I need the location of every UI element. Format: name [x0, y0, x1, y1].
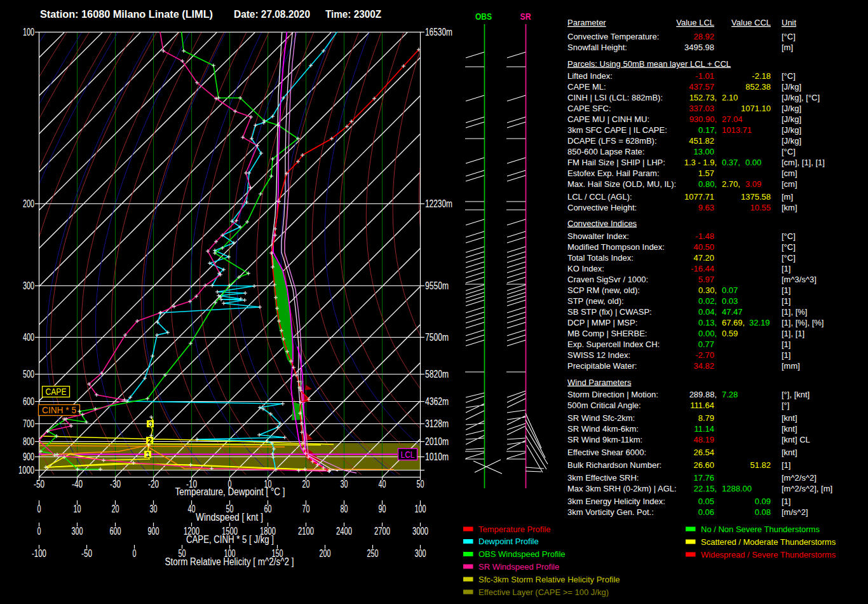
- svg-text:SR Wind Sfc-2km:: SR Wind Sfc-2km:: [567, 413, 635, 423]
- svg-text:Effective Shear 6000:: Effective Shear 6000:: [567, 448, 646, 457]
- svg-text:40: 40: [188, 504, 196, 514]
- svg-text:2.10: 2.10: [722, 93, 738, 102]
- svg-text:-1.48: -1.48: [695, 231, 714, 241]
- svg-text:[1]: [1]: [782, 264, 790, 273]
- svg-text:0.17,: 0.17,: [698, 125, 717, 135]
- svg-text:[°C]: [°C]: [782, 71, 796, 81]
- svg-text:Windspeed [ knt ]: Windspeed [ knt ]: [196, 512, 263, 523]
- svg-text:40: 40: [379, 479, 386, 490]
- svg-text:DCAPE (LFS = 628mB):: DCAPE (LFS = 628mB):: [567, 136, 657, 146]
- svg-text:SR Windspeed Profile: SR Windspeed Profile: [478, 562, 559, 572]
- svg-text:90: 90: [379, 504, 386, 514]
- svg-text:0.00: 0.00: [745, 158, 761, 167]
- svg-text:-50: -50: [34, 479, 44, 490]
- svg-text:200: 200: [320, 548, 331, 559]
- svg-text:Station: 16080 Milano Linate (: Station: 16080 Milano Linate (LIML): [40, 9, 213, 20]
- svg-text:Total Totals Index:: Total Totals Index:: [567, 253, 634, 263]
- svg-text:26.60: 26.60: [693, 460, 714, 470]
- svg-text:50: 50: [417, 479, 424, 490]
- svg-text:600: 600: [110, 526, 121, 537]
- svg-text:[1]: [1]: [782, 340, 790, 349]
- svg-text:Effective Layer (CAPE >= 100 J: Effective Layer (CAPE >= 100 J/kg): [478, 587, 609, 597]
- svg-text:13.00: 13.00: [693, 147, 714, 156]
- svg-text:2400: 2400: [336, 526, 352, 537]
- svg-text:-40: -40: [72, 479, 83, 490]
- svg-text:STP (new, old):: STP (new, old):: [567, 296, 624, 306]
- svg-text:48.19: 48.19: [693, 435, 714, 444]
- svg-text:0: 0: [37, 504, 41, 514]
- svg-text:3km Effective SRH:: 3km Effective SRH:: [567, 473, 639, 483]
- svg-text:[cm]: [cm]: [782, 168, 797, 178]
- svg-text:SCP RM (new, old):: SCP RM (new, old):: [567, 285, 640, 295]
- svg-text:27.04: 27.04: [722, 114, 743, 124]
- svg-text:500: 500: [23, 369, 34, 380]
- svg-text:67.69,: 67.69,: [722, 318, 745, 327]
- svg-text:900: 900: [148, 526, 159, 537]
- svg-text:3000: 3000: [412, 526, 428, 537]
- svg-text:[knt]: [knt]: [782, 413, 797, 423]
- svg-text:Storm Relative Helicity [ m^2/: Storm Relative Helicity [ m^2/s^2 ]: [165, 556, 294, 567]
- svg-text:1288.00: 1288.00: [722, 484, 752, 493]
- svg-text:[1], [1]: [1], [1]: [782, 329, 804, 338]
- svg-text:34.82: 34.82: [693, 361, 714, 371]
- svg-text:Parameter: Parameter: [567, 18, 606, 27]
- svg-text:Wind Parameters: Wind Parameters: [567, 378, 632, 387]
- svg-text:OBS: OBS: [475, 11, 492, 22]
- svg-text:26.54: 26.54: [693, 448, 714, 457]
- svg-text:20: 20: [112, 504, 119, 514]
- svg-text:[m^3/s^3]: [m^3/s^3]: [782, 275, 817, 284]
- svg-text:[J/kg]: [J/kg]: [782, 136, 801, 146]
- svg-text:1000: 1000: [18, 465, 34, 476]
- svg-text:-16.44: -16.44: [691, 264, 714, 273]
- svg-text:Convective Height:: Convective Height:: [567, 203, 637, 212]
- svg-text:0: 0: [133, 548, 137, 559]
- svg-text:Modified Thompson Index:: Modified Thompson Index:: [567, 242, 665, 252]
- svg-text:852.38: 852.38: [745, 82, 771, 92]
- svg-text:OBS Windspeed Profile: OBS Windspeed Profile: [478, 549, 566, 559]
- svg-text:0: 0: [37, 526, 41, 537]
- svg-text:Unit: Unit: [782, 18, 797, 27]
- svg-text:20: 20: [302, 479, 310, 490]
- svg-text:28.92: 28.92: [693, 32, 714, 41]
- svg-text:[m^2/s^2], [m]: [m^2/s^2], [m]: [782, 484, 832, 493]
- svg-text:Time: 2300Z: Time: 2300Z: [325, 9, 381, 20]
- svg-text:700: 700: [23, 418, 34, 429]
- svg-text:-50: -50: [81, 548, 92, 559]
- svg-text:0.03: 0.03: [722, 296, 738, 306]
- svg-text:[°], [knt]: [°], [knt]: [782, 390, 810, 399]
- svg-text:1077.71: 1077.71: [684, 192, 714, 202]
- svg-text:600: 600: [23, 396, 34, 407]
- svg-text:0.09: 0.09: [755, 497, 771, 506]
- svg-text:Temperature Profile: Temperature Profile: [478, 525, 550, 534]
- svg-text:9.63: 9.63: [698, 203, 714, 212]
- svg-text:0.80,: 0.80,: [698, 179, 717, 189]
- svg-text:0.02,: 0.02,: [698, 296, 717, 306]
- svg-text:17.76: 17.76: [693, 473, 714, 483]
- svg-text:FM Hail Size | SHIP | LHP:: FM Hail Size | SHIP | LHP:: [567, 158, 665, 167]
- svg-text:5820m: 5820m: [425, 369, 449, 380]
- svg-text:3495.98: 3495.98: [684, 43, 714, 52]
- svg-text:0.07: 0.07: [722, 285, 738, 295]
- svg-text:3.09: 3.09: [745, 179, 761, 189]
- svg-text:Value LCL: Value LCL: [676, 18, 714, 27]
- svg-text:800: 800: [23, 436, 34, 447]
- svg-text:4362m: 4362m: [425, 396, 449, 407]
- svg-text:LCL / CCL (AGL):: LCL / CCL (AGL):: [567, 192, 632, 202]
- svg-text:12230m: 12230m: [425, 198, 452, 209]
- svg-text:[knt]: [knt]: [782, 448, 797, 457]
- svg-text:[1], [%]: [1], [%]: [782, 307, 807, 317]
- svg-text:7.28: 7.28: [722, 390, 738, 399]
- svg-text:10.55: 10.55: [750, 203, 771, 212]
- svg-text:0.77: 0.77: [698, 340, 714, 349]
- svg-text:1013.71: 1013.71: [722, 125, 752, 135]
- svg-text:3km Energy Helicity Index:: 3km Energy Helicity Index:: [567, 497, 665, 506]
- svg-text:[°C]: [°C]: [782, 253, 796, 263]
- svg-text:51.82: 51.82: [750, 460, 771, 470]
- svg-text:1.3 - 1.9,: 1.3 - 1.9,: [684, 158, 717, 167]
- svg-text:[1]: [1]: [782, 497, 790, 506]
- svg-text:CAPE MU | CINH MU:: CAPE MU | CINH MU:: [567, 114, 649, 124]
- svg-text:Craven SigSvr / 1000:: Craven SigSvr / 1000:: [567, 275, 648, 284]
- svg-text:[J/kg]: [J/kg]: [782, 104, 801, 113]
- svg-text:Bulk Richardson Number:: Bulk Richardson Number:: [567, 460, 661, 470]
- svg-text:KO Index:: KO Index:: [567, 264, 604, 273]
